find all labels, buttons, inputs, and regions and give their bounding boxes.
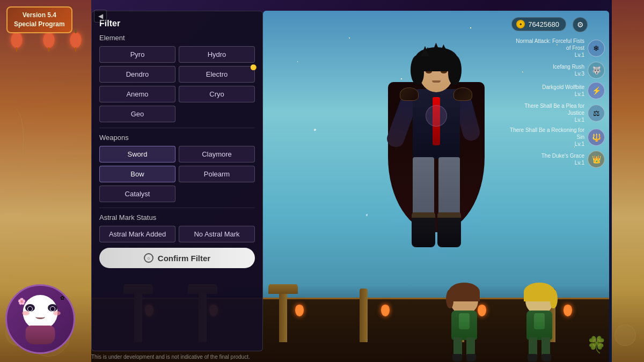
chibi-2-figure <box>515 287 564 362</box>
arch-top-3 <box>268 284 298 294</box>
skill-name-1: Normal Attack: Forceful Fists of Frost L… <box>516 38 584 58</box>
skill-item-5: There Shall Be a Reckoning for Sin Lv.1 … <box>503 127 605 147</box>
filter-btn-bow[interactable]: Bow <box>99 166 175 182</box>
character-figure: ✦ ✦ ✦ <box>361 53 511 321</box>
filter-btn-claymore[interactable]: Claymore <box>179 146 255 162</box>
char-shoulder-r <box>453 87 472 101</box>
weapon-buttons-row3: Catalyst <box>99 186 255 202</box>
chibi-1-jacket <box>459 313 470 329</box>
filter-btn-pyro[interactable]: Pyro <box>99 46 175 63</box>
chibi-2-boot-l <box>528 354 537 361</box>
skill-icon-2[interactable]: 🐺 <box>588 62 605 79</box>
filter-btn-sword[interactable]: Sword <box>99 146 175 162</box>
char-shoulder-l <box>400 87 419 101</box>
coin-icon: ● <box>516 20 525 28</box>
lantern-3 <box>70 32 82 48</box>
weapons-section-label: Weapons <box>99 134 255 142</box>
settings-button[interactable]: ⚙ <box>573 17 588 32</box>
skill-name-4: There Shall Be a Plea for Justice Lv.1 <box>524 102 584 123</box>
char-boot-l <box>412 212 435 247</box>
skill-item-1: Normal Attack: Forceful Fists of Frost L… <box>503 38 605 58</box>
version-line1: Version 5.4 <box>14 11 65 20</box>
weapon-buttons-row1: Sword Claymore <box>99 146 255 162</box>
skill-item-3: Darkgold Wolfbite Lv.1 ⚡ <box>503 82 605 99</box>
chibi-2-body <box>526 311 552 340</box>
mascot-body <box>26 326 55 344</box>
lantern-2 <box>43 32 55 48</box>
char-hair-side-r <box>448 55 462 85</box>
chibi-1-boot-l <box>452 354 462 361</box>
skill-item-6: The Duke's Grace Lv.1 👑 <box>503 151 605 168</box>
mascot-blush-l <box>22 311 30 315</box>
skill-item-2: Icefang Rush Lv.3 🐺 <box>503 62 605 79</box>
chibi-1-figure <box>440 287 488 362</box>
mascot-eye-r <box>50 306 55 312</box>
right-decoration <box>612 0 644 362</box>
filter-btn-no-astral[interactable]: No Astral Mark <box>179 226 255 242</box>
skill-name-3: Darkgold Wolfbite Lv.1 <box>542 84 584 98</box>
arch-lantern-3 <box>295 305 304 316</box>
skill-icon-1[interactable]: ❄ <box>588 40 605 57</box>
mascot-mouth <box>35 315 45 319</box>
mascot-blush-r <box>53 311 61 315</box>
skill-icon-4[interactable]: ⚖ <box>588 105 605 122</box>
arch-column-3 <box>279 289 287 342</box>
confirm-filter-button[interactable]: ○ Confirm Filter <box>99 248 255 268</box>
skill-icon-3[interactable]: ⚡ <box>588 82 605 99</box>
filter-btn-catalyst[interactable]: Catalyst <box>99 186 175 202</box>
arch-column-4 <box>360 289 368 342</box>
weapon-buttons-row2: Bow Polearm <box>99 166 255 182</box>
boot-cuff-r <box>437 212 461 218</box>
coin-amount: 76425680 <box>528 20 559 28</box>
chibi-character-2 <box>510 282 569 362</box>
element-buttons: Pyro Hydro Dendro Electro 🟡 Anemo Cryo <box>99 46 255 102</box>
disclaimer-text: This is under development and is not ind… <box>91 354 250 360</box>
nav-arrow-left[interactable]: ◀ <box>94 10 107 23</box>
astral-section-label: Astral Mark Status <box>99 213 255 221</box>
chibi-2-jacket <box>534 313 545 329</box>
skill-name-6: The Duke's Grace Lv.1 <box>541 152 584 166</box>
version-badge: Version 5.4 Special Program <box>6 6 72 33</box>
mascot-flower-2: ✿ <box>60 295 64 301</box>
skills-panel: Normal Attack: Forceful Fists of Frost L… <box>503 38 605 168</box>
char-boot-r <box>437 212 461 247</box>
filter-btn-anemo[interactable]: Anemo <box>99 86 175 102</box>
deco-curve <box>3 107 24 172</box>
filter-title: Filter <box>99 19 255 28</box>
confirm-label: Confirm Filter <box>158 254 210 263</box>
deco-element-right: 🍀 <box>587 335 606 354</box>
divider-2 <box>99 208 255 208</box>
skill-item-4: There Shall Be a Plea for Justice Lv.1 ⚖ <box>503 102 605 123</box>
chibi-character-1 <box>435 282 494 362</box>
mascot-figure: 🌸 ✿ <box>13 292 67 346</box>
filter-btn-cryo[interactable]: Cryo <box>179 86 255 102</box>
chibi-1-leg-r <box>466 337 475 356</box>
skill-icon-5[interactable]: 🔱 <box>588 129 605 146</box>
filter-btn-polearm[interactable]: Polearm <box>179 166 255 182</box>
mascot-area: 🌸 ✿ <box>5 284 75 354</box>
skill-icon-6[interactable]: 👑 <box>588 151 605 168</box>
skill-name-2: Icefang Rush Lv.3 <box>553 63 584 77</box>
filter-btn-electro[interactable]: Electro 🟡 <box>179 66 255 83</box>
lantern-1 <box>11 32 23 48</box>
char-body <box>413 89 460 159</box>
char-pants-l <box>413 157 434 216</box>
filter-btn-astral-added[interactable]: Astral Mark Added <box>99 226 175 242</box>
version-line2: Special Program <box>14 20 65 29</box>
filter-btn-geo[interactable]: Geo <box>99 106 175 122</box>
filter-btn-hydro[interactable]: Hydro <box>179 46 255 63</box>
filter-btn-dendro[interactable]: Dendro <box>99 66 175 83</box>
char-pants-r <box>438 157 460 216</box>
skill-name-5: There Shall Be a Reckoning for Sin Lv.1 <box>510 127 584 147</box>
chibi-2-hair-side <box>550 290 558 308</box>
element-section-label: Element <box>99 34 255 42</box>
char-emblem <box>426 105 447 127</box>
arch-lantern-4 <box>381 305 390 316</box>
deco-circle-r <box>614 324 636 346</box>
chibi-1-hair-side <box>446 290 453 308</box>
settings-icon: ⚙ <box>577 20 584 29</box>
confirm-icon: ○ <box>144 253 153 263</box>
chibi-1-leg-l <box>453 337 462 356</box>
char-mouth <box>432 80 441 83</box>
chibi-2-leg-l <box>529 337 537 356</box>
